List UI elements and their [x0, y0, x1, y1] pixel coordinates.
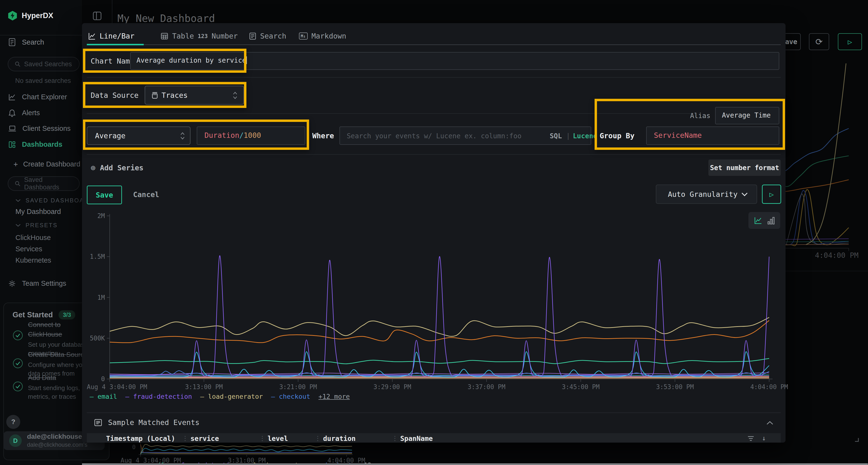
where-label: Where — [312, 132, 334, 140]
column-separator[interactable]: ⋮ — [392, 435, 398, 442]
sidebar-item-services[interactable]: Services — [16, 245, 42, 253]
saved-searches-placeholder: Saved Searches — [24, 61, 72, 68]
sidebar-item-team-settings[interactable]: Team Settings — [8, 279, 66, 288]
help-button[interactable]: ? — [6, 415, 20, 429]
line-chart-icon — [88, 32, 96, 40]
svg-text:4:04:00 PM: 4:04:00 PM — [750, 383, 788, 391]
legend-item[interactable]: — checkout — [271, 393, 310, 400]
tab-markdown-label: Markdown — [311, 32, 346, 40]
svg-text:0: 0 — [101, 375, 105, 383]
sql-toggle[interactable]: SQL — [550, 132, 562, 140]
svg-text:3:37:00 PM: 3:37:00 PM — [468, 383, 506, 391]
preview-chart[interactable]: 0500K1M1.5M2MAug 4 3:04:00 PM3:13:00 PM3… — [84, 207, 784, 398]
section-divider — [87, 412, 781, 413]
sidebar-collapse-button[interactable] — [92, 11, 102, 21]
get-started-item-1-title[interactable]: Connect to ClickHouse — [28, 320, 66, 339]
sidebar-dashboards-label: Dashboards — [22, 140, 62, 148]
tab-table[interactable]: Table — [161, 32, 194, 40]
section-presets[interactable]: PRESETS — [16, 222, 58, 229]
tab-number-label: Number — [212, 32, 238, 40]
download-icon[interactable]: ↓ — [762, 434, 766, 442]
dashboard-play-button[interactable]: ▷ — [838, 33, 862, 50]
svg-text:Aug 4 3:04:00 PM: Aug 4 3:04:00 PM — [87, 383, 147, 391]
set-number-format-label: Set number format — [710, 164, 779, 172]
sidebar-item-search[interactable]: Search — [8, 38, 44, 46]
search-list-icon — [249, 32, 256, 40]
col-service[interactable]: service — [190, 435, 219, 442]
page-title: My New Dashboard — [117, 12, 215, 24]
sidebar-item-client-sessions[interactable]: Client Sessions — [8, 125, 71, 133]
sidebar-chart-explorer-label: Chart Explorer — [22, 93, 67, 101]
tile-resize-handle[interactable] — [854, 437, 859, 442]
sidebar-search-label: Search — [22, 38, 44, 46]
avatar: D — [9, 434, 22, 447]
column-separator[interactable]: ⋮ — [259, 435, 266, 442]
column-separator[interactable]: ⋮ — [182, 435, 188, 442]
play-icon: ▷ — [848, 38, 852, 46]
brand-name: HyperDX — [22, 11, 53, 20]
sidebar-item-create-dashboard[interactable]: + Create Dashboard — [13, 160, 80, 168]
tab-search[interactable]: Search — [249, 32, 286, 40]
collapse-section-icon[interactable] — [766, 421, 774, 425]
sidebar-item-clickhouse[interactable]: ClickHouse — [16, 234, 51, 242]
chevron-down-icon — [16, 199, 21, 202]
legend-more-link[interactable]: +12 more — [318, 393, 350, 400]
save-button[interactable]: Save — [87, 186, 122, 204]
set-number-format-button[interactable]: Set number format — [708, 160, 781, 176]
svg-text:3:13:00 PM: 3:13:00 PM — [185, 383, 223, 391]
run-query-button[interactable]: ▷ — [762, 185, 781, 204]
annotation-group-by — [595, 99, 785, 150]
chevron-down-icon — [741, 192, 748, 197]
add-series-button[interactable]: ⊕ Add Series — [91, 163, 144, 172]
col-spanname[interactable]: SpanName — [400, 435, 433, 442]
annotation-chart-name — [83, 49, 246, 73]
tab-markdown[interactable]: M↓ Markdown — [299, 32, 346, 40]
get-started-title-row: Get Started 3/3 — [12, 310, 75, 320]
tab-number[interactable]: 123 Number — [198, 32, 238, 40]
app-root: My New Dashboard Save ⟳ ▷ 4:04:00 PM 0 A… — [0, 0, 868, 465]
col-level[interactable]: level — [268, 435, 288, 442]
sidebar-item-alerts[interactable]: Alerts — [8, 109, 40, 117]
sample-events-header[interactable]: Sample Matched Events — [94, 418, 199, 427]
granularity-value: Auto Granularity — [668, 190, 738, 199]
saved-dashboards-placeholder: Saved Dashboards — [24, 176, 79, 191]
saved-searches-input[interactable]: Saved Searches — [8, 57, 80, 71]
col-duration[interactable]: duration — [323, 435, 355, 442]
play-icon: ▷ — [769, 190, 774, 199]
svg-text:1M: 1M — [97, 294, 105, 301]
where-search-input[interactable]: Search your events w/ Lucene ex. column:… — [340, 127, 591, 145]
column-separator[interactable]: ⋮ — [315, 435, 321, 442]
laptop-icon — [8, 125, 16, 132]
svg-text:3:29:00 PM: 3:29:00 PM — [373, 383, 411, 391]
filter-rows-icon[interactable] — [747, 435, 755, 442]
cancel-button[interactable]: Cancel — [133, 190, 159, 199]
legend-item[interactable]: — fraud-detection — [125, 393, 192, 400]
saved-dashboards-input[interactable]: Saved Dashboards — [8, 176, 80, 191]
search-doc-icon — [8, 38, 16, 46]
events-table-header: Timestamp (Local) ⋮ service ⋮ level ⋮ du… — [87, 433, 781, 442]
tab-line-bar-label: Line/Bar — [100, 32, 134, 40]
number-icon: 123 — [198, 33, 208, 39]
dashboard-refresh-button[interactable]: ⟳ — [809, 33, 829, 50]
lucene-toggle[interactable]: Lucene — [573, 132, 597, 140]
sidebar-item-dashboards[interactable]: Dashboards — [8, 140, 62, 148]
active-tab-underline — [87, 44, 144, 45]
granularity-select[interactable]: Auto Granularity — [656, 185, 757, 204]
svg-text:1.5M: 1.5M — [90, 253, 105, 260]
sidebar-item-chart-explorer[interactable]: Chart Explorer — [8, 93, 67, 101]
sidebar-item-kubernetes[interactable]: Kubernetes — [16, 256, 51, 264]
sidebar-item-my-dashboard[interactable]: My Dashboard — [16, 208, 61, 215]
col-timestamp[interactable]: Timestamp (Local) — [106, 435, 175, 442]
bell-icon — [8, 109, 16, 117]
tab-search-label: Search — [260, 32, 286, 40]
create-dashboard-label: Create Dashboard — [23, 160, 80, 168]
brand[interactable]: HyperDX — [8, 10, 53, 21]
plus-icon: + — [13, 160, 18, 168]
horizontal-scrollbar[interactable] — [53, 463, 868, 465]
legend-item[interactable]: — email — [90, 393, 117, 400]
user-team: dale@clickhouse.com's — [27, 441, 88, 449]
sample-events-title: Sample Matched Events — [108, 418, 199, 427]
tab-line-bar[interactable]: Line/Bar — [88, 32, 134, 40]
legend-item[interactable]: — load-generator — [200, 393, 263, 400]
add-circle-icon: ⊕ — [91, 163, 95, 172]
